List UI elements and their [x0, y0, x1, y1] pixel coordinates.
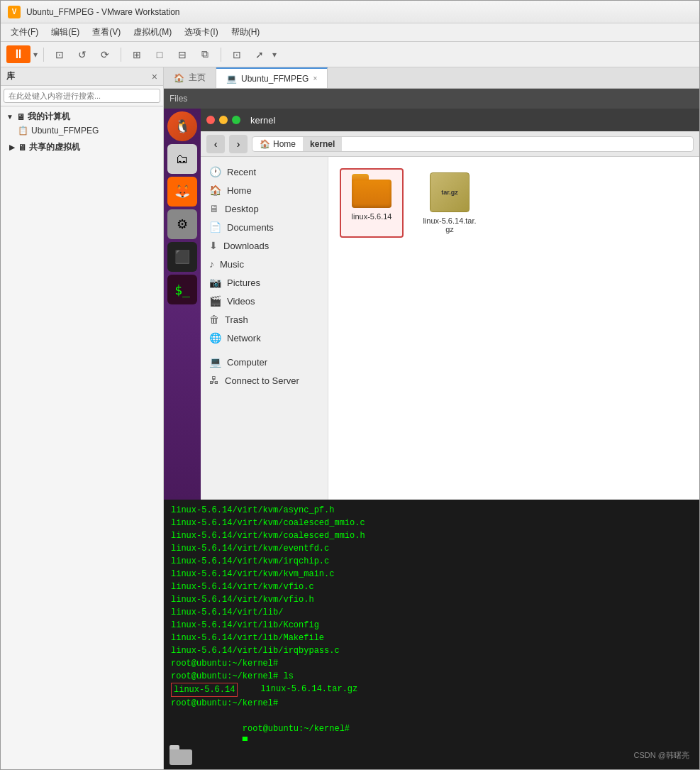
- dock-terminal-icon[interactable]: $_: [167, 275, 197, 304]
- menu-edit[interactable]: 编辑(E): [45, 25, 85, 40]
- library-header: 库 ×: [1, 67, 163, 86]
- bottom-folder-icon: [170, 745, 192, 765]
- menu-help[interactable]: 帮助(H): [226, 25, 266, 40]
- main-layout: 库 × ▼ 🖥 我的计算机 📋 Ubuntu_FFMPEG ▶ 🖥: [1, 67, 699, 769]
- sidebar-item-home[interactable]: 🏠 Home: [201, 181, 328, 199]
- view-button-2[interactable]: □: [150, 45, 170, 64]
- view-button-4[interactable]: ⧉: [195, 45, 215, 64]
- toolbar-sep-1: [43, 48, 44, 62]
- right-content: 🏠 主页 💻 Ubuntu_FFMPEG × Files: [164, 67, 699, 769]
- sidebar-pictures-label: Pictures: [227, 277, 260, 288]
- tab-bar: 🏠 主页 💻 Ubuntu_FFMPEG ×: [164, 67, 699, 89]
- breadcrumb-kernel[interactable]: kernel: [303, 137, 342, 151]
- back-button[interactable]: ‹: [206, 135, 225, 153]
- file-grid: linux-5.6.14 tar.gz linux-5.6.14.tar.gz: [328, 157, 699, 500]
- power-button[interactable]: ↺: [72, 45, 92, 64]
- send-ctrl-alt-del-button[interactable]: ⊡: [50, 45, 70, 64]
- ubuntu-content: 🐧 🗂 🦊 ⚙ ⬛: [164, 109, 699, 500]
- files-titlebar: kernel: [201, 109, 699, 131]
- file-item-linux-folder[interactable]: linux-5.6.14: [340, 168, 404, 238]
- breadcrumb-kernel-label: kernel: [310, 139, 335, 149]
- terminal-line-13: root@ubuntu:~/kernel#: [171, 657, 692, 670]
- menu-vm[interactable]: 虚拟机(M): [128, 25, 177, 40]
- file-item-linux-targz[interactable]: tar.gz linux-5.6.14.tar.gz: [418, 168, 482, 238]
- sidebar-home-label: Home: [227, 185, 252, 196]
- sidebar-documents-label: Documents: [227, 222, 274, 233]
- files-sidebar: 🕐 Recent 🏠 Home 🖥 Des: [201, 157, 328, 500]
- trash-icon: 🗑: [209, 314, 219, 325]
- terminal-prompt-1: root@ubuntu:~/kernel#: [171, 697, 692, 710]
- fullscreen-button[interactable]: ➚: [250, 45, 270, 64]
- breadcrumb-home-label: Home: [273, 139, 296, 149]
- sidebar-item-documents[interactable]: 📄 Documents: [201, 218, 328, 236]
- recent-icon: 🕐: [209, 166, 221, 177]
- dock-files-icon[interactable]: 🗂: [167, 144, 197, 174]
- home-breadcrumb-icon: 🏠: [260, 139, 270, 149]
- tab-home[interactable]: 🏠 主页: [164, 67, 216, 88]
- terminal-line-2: linux-5.6.14/virt/kvm/coalesced_mmio.c: [171, 517, 692, 529]
- sidebar-item-connect-server[interactable]: 🖧 Connect to Server: [201, 371, 328, 390]
- library-close-button[interactable]: ×: [152, 71, 157, 82]
- menu-view[interactable]: 查看(V): [87, 25, 126, 40]
- sidebar-item-desktop[interactable]: 🖥 Desktop: [201, 199, 328, 218]
- sidebar-item-videos[interactable]: 🎬 Videos: [201, 292, 328, 310]
- window-maximize-button[interactable]: [232, 116, 240, 124]
- search-input[interactable]: [4, 89, 160, 103]
- files-window-title: kernel: [250, 115, 275, 126]
- refresh-button[interactable]: ⟳: [95, 45, 115, 64]
- tab-ubuntu[interactable]: 💻 Ubuntu_FFMPEG ×: [216, 67, 328, 88]
- toolbar-sep-3: [221, 48, 221, 62]
- sidebar-item-recent[interactable]: 🕐 Recent: [201, 163, 328, 181]
- tab-ubuntu-label: Ubuntu_FFMPEG: [241, 74, 309, 84]
- files-menu-files: Files: [170, 94, 187, 104]
- menu-tab[interactable]: 选项卡(I): [179, 25, 223, 40]
- console-button[interactable]: ⊡: [227, 45, 247, 64]
- dock-firefox-icon[interactable]: 🦊: [167, 177, 197, 207]
- sidebar-item-downloads[interactable]: ⬇ Downloads: [201, 236, 328, 255]
- terminal-line-4: linux-5.6.14/virt/kvm/eventfd.c: [171, 542, 692, 555]
- forward-button[interactable]: ›: [229, 135, 248, 153]
- window-minimize-button[interactable]: [219, 116, 228, 124]
- linux-folder-label: linux-5.6.14: [352, 212, 392, 221]
- files-nav: ‹ › 🏠 Home kernel: [201, 131, 699, 157]
- pause-dropdown[interactable]: ▾: [33, 50, 38, 60]
- vm-icon: 📋: [18, 126, 28, 136]
- my-computer-label: 我的计算机: [28, 111, 70, 123]
- sidebar-item-pictures[interactable]: 📷 Pictures: [201, 273, 328, 292]
- ls-archive: linux-5.6.14.tar.gz: [260, 683, 357, 697]
- terminal-line-8: linux-5.6.14/virt/kvm/vfio.h: [171, 593, 692, 606]
- pause-button[interactable]: ⏸: [6, 45, 30, 63]
- view-button-3[interactable]: ⊟: [172, 45, 192, 64]
- terminal-line-5: linux-5.6.14/virt/kvm/irqchip.c: [171, 555, 692, 568]
- dock-video-icon[interactable]: ⬛: [167, 242, 197, 272]
- dock-ubuntu-icon[interactable]: 🐧: [167, 111, 197, 141]
- tree-my-computer: ▼ 🖥 我的计算机: [4, 109, 160, 124]
- sidebar-item-network[interactable]: 🌐 Network: [201, 329, 328, 347]
- shared-label: 共享的虚拟机: [29, 141, 80, 153]
- network-icon: 🌐: [209, 332, 221, 343]
- music-icon: ♪: [209, 258, 214, 270]
- terminal-area: linux-5.6.14/virt/kvm/async_pf.h linux-5…: [164, 500, 699, 741]
- computer-sidebar-icon: 💻: [209, 356, 221, 368]
- menu-file[interactable]: 文件(F): [5, 25, 44, 40]
- tab-close-icon[interactable]: ×: [313, 75, 317, 82]
- files-app: kernel ‹ › 🏠 Home: [201, 109, 699, 500]
- window-close-button[interactable]: [206, 116, 215, 124]
- view-button-1[interactable]: ⊞: [127, 45, 147, 64]
- fullscreen-dropdown[interactable]: ▾: [272, 50, 277, 60]
- sidebar-downloads-label: Downloads: [223, 241, 269, 251]
- expand-icon-2: ▶: [9, 143, 15, 151]
- vm-tab-icon: 💻: [226, 74, 237, 84]
- vm-ubuntu-item[interactable]: 📋 Ubuntu_FFMPEG: [4, 124, 160, 137]
- breadcrumb-home[interactable]: 🏠 Home: [252, 137, 303, 151]
- dock-settings-icon[interactable]: ⚙: [167, 209, 197, 239]
- sidebar-item-trash[interactable]: 🗑 Trash: [201, 310, 328, 329]
- tab-home-label: 主页: [189, 72, 206, 84]
- sidebar-item-music[interactable]: ♪ Music: [201, 255, 328, 273]
- documents-icon: 📄: [209, 221, 221, 233]
- expand-icon: ▼: [6, 113, 13, 121]
- terminal-line-3: linux-5.6.14/virt/kvm/coalesced_mmio.h: [171, 529, 692, 542]
- downloads-icon: ⬇: [209, 240, 218, 251]
- folder-icon-linux: [352, 174, 391, 208]
- sidebar-item-computer[interactable]: 💻 Computer: [201, 353, 328, 371]
